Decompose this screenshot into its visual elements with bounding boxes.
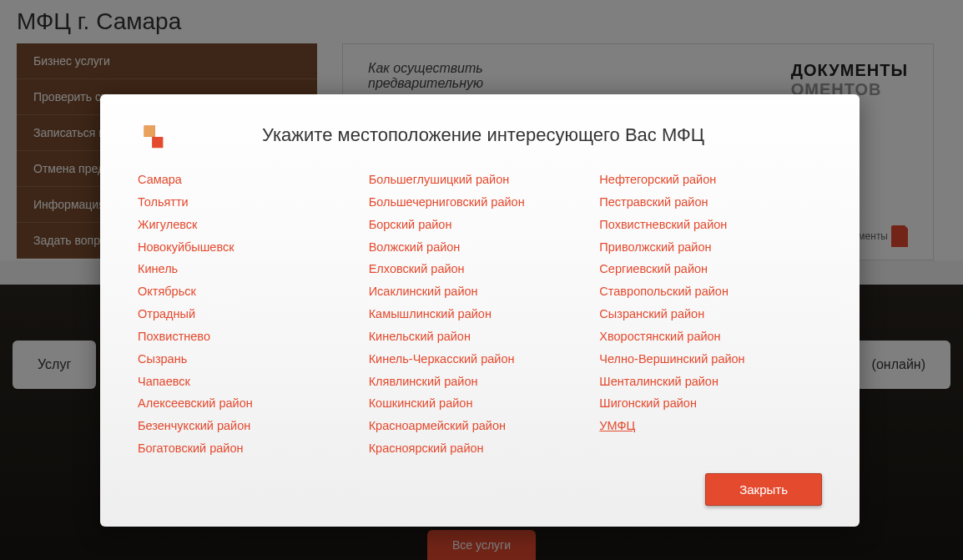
loc-link[interactable]: Сергиевский район bbox=[599, 261, 822, 277]
loc-link[interactable]: Кинель bbox=[138, 261, 360, 277]
loc-link[interactable]: Ставропольский район bbox=[599, 284, 822, 300]
loc-link[interactable]: Похвистнево bbox=[138, 329, 360, 345]
loc-link[interactable]: Челно-Вершинский район bbox=[599, 351, 822, 367]
loc-link[interactable]: Похвистневский район bbox=[599, 217, 822, 233]
loc-link[interactable]: Кошкинский район bbox=[369, 396, 592, 411]
loc-link[interactable]: Хворостянский район bbox=[599, 329, 822, 345]
loc-link[interactable]: Тольятти bbox=[138, 194, 360, 210]
modal-overlay[interactable]: Укажите местоположение интересующего Вас… bbox=[0, 0, 963, 560]
loc-link[interactable]: Камышлинский район bbox=[369, 306, 592, 322]
loc-link[interactable]: Красноярский район bbox=[369, 441, 592, 457]
location-columns: Самара Тольятти Жигулевск Новокуйбышевск… bbox=[138, 172, 822, 457]
loc-link[interactable]: Сызранский район bbox=[599, 306, 822, 322]
loc-link[interactable]: Жигулевск bbox=[138, 217, 360, 233]
mfc-logo-icon bbox=[138, 119, 169, 151]
loc-link[interactable]: Чапаевск bbox=[138, 374, 360, 390]
close-button[interactable]: Закрыть bbox=[705, 473, 822, 506]
loc-link[interactable]: Волжский район bbox=[369, 240, 592, 255]
loc-link[interactable]: Кинель-Черкасский район bbox=[369, 351, 592, 367]
loc-link-umfc[interactable]: УМФЦ bbox=[599, 418, 822, 434]
loc-link[interactable]: Шенталинский район bbox=[599, 374, 822, 390]
loc-link[interactable]: Большечерниговский район bbox=[369, 194, 592, 210]
loc-link[interactable]: Исаклинский район bbox=[369, 284, 592, 300]
loc-link[interactable]: Пестравский район bbox=[599, 194, 822, 210]
loc-link[interactable]: Красноармейский район bbox=[369, 418, 592, 434]
loc-link[interactable]: Елховский район bbox=[369, 261, 592, 277]
location-modal: Укажите местоположение интересующего Вас… bbox=[100, 94, 860, 527]
location-col-3: Нефтегорский район Пестравский район Пох… bbox=[599, 172, 822, 457]
modal-title: Укажите местоположение интересующего Вас… bbox=[186, 124, 822, 146]
location-col-2: Большеглушицкий район Большечерниговский… bbox=[369, 172, 592, 457]
loc-link[interactable]: Безенчукский район bbox=[138, 418, 360, 434]
loc-link[interactable]: Кинельский район bbox=[369, 329, 592, 345]
loc-link[interactable]: Клявлинский район bbox=[369, 374, 592, 390]
loc-link[interactable]: Большеглушицкий район bbox=[369, 172, 592, 188]
loc-link[interactable]: Борский район bbox=[369, 217, 592, 233]
loc-link[interactable]: Новокуйбышевск bbox=[138, 240, 360, 255]
loc-link[interactable]: Алексеевский район bbox=[138, 396, 360, 411]
loc-link[interactable]: Сызрань bbox=[138, 351, 360, 367]
loc-link[interactable]: Богатовский район bbox=[138, 441, 360, 457]
loc-link[interactable]: Приволжский район bbox=[599, 240, 822, 255]
location-col-1: Самара Тольятти Жигулевск Новокуйбышевск… bbox=[138, 172, 360, 457]
loc-link[interactable]: Самара bbox=[138, 172, 360, 188]
loc-link[interactable]: Отрадный bbox=[138, 306, 360, 322]
loc-link[interactable]: Нефтегорский район bbox=[599, 172, 822, 188]
loc-link[interactable]: Шигонский район bbox=[599, 396, 822, 411]
loc-link[interactable]: Октябрьск bbox=[138, 284, 360, 300]
